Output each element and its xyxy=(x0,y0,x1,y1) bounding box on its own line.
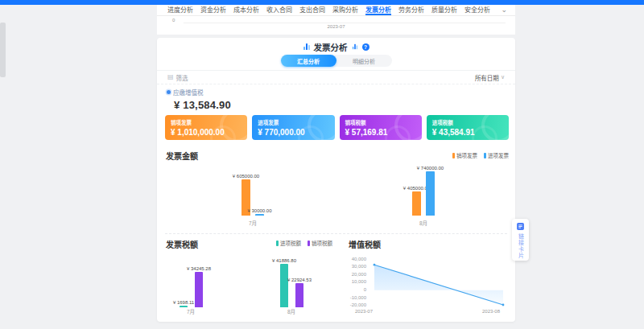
bar-chart-icon xyxy=(352,44,357,49)
stat-card-input-tax: 进项税额 ¥ 43,584.91 xyxy=(427,115,509,140)
month-tick: 8月 xyxy=(279,307,303,315)
date-range-value: 所有日期 xyxy=(475,73,499,82)
bar-value-label: ¥ 22924.53 xyxy=(287,278,312,282)
stat-card-output-tax: 销项税额 ¥ 57,169.81 xyxy=(340,115,422,140)
legend-label: 进项发票 xyxy=(488,151,509,159)
y-tick: 20,000 xyxy=(345,272,366,277)
stat-card-label: 销项税额 xyxy=(345,118,422,126)
stat-card-value: ¥ 770,000.00 xyxy=(258,128,334,137)
stat-card-label: 销项发票 xyxy=(171,118,247,126)
axis-baseline xyxy=(184,23,506,23)
stat-card-label: 进项税额 xyxy=(432,118,509,126)
bar-value-label: ¥ 1698.11 xyxy=(173,300,194,305)
tab-funds-analysis[interactable]: 资金分析 xyxy=(200,5,226,15)
legend-label: 销项发票 xyxy=(456,151,477,159)
dot-icon xyxy=(167,90,171,94)
invoice-analysis-panel: 发票分析 ? 汇总分析 明细分析 ▤ 筛选 所有日期 ∨ 应缴增值税 ¥ 13,… xyxy=(157,38,515,322)
tabbar-collapse-chevron-icon[interactable]: ⌄ xyxy=(501,6,507,14)
stat-card-row: 销项发票 ¥ 1,010,000.00 进项发票 ¥ 770,000.00 销项… xyxy=(165,115,509,140)
panel-header: 发票分析 ? xyxy=(157,42,515,51)
bar-value-label: ¥ 605000.00 xyxy=(233,174,259,179)
kpi-value: ¥ 13,584.90 xyxy=(174,99,231,111)
tab-income-contract[interactable]: 收入合同 xyxy=(266,5,292,15)
page-title: 发票分析 xyxy=(314,41,348,53)
kpi-label: 应缴增值税 xyxy=(173,88,204,97)
tab-labor-analysis[interactable]: 劳务分析 xyxy=(398,5,424,15)
y-tick: 30,000 xyxy=(345,264,366,269)
axis-zero-tick: 0 xyxy=(172,18,175,23)
x-tick: 2023-08 xyxy=(482,309,500,314)
bar-group-july: ¥ 1698.11 ¥ 34245.28 xyxy=(180,272,203,307)
tab-invoice-analysis[interactable]: 发票分析 xyxy=(365,5,391,15)
axis-month-tick: 2023-07 xyxy=(157,24,515,29)
bar-group-august: ¥ 41886.80 ¥ 22924.53 xyxy=(280,264,303,307)
vat-amount-title: 增值税额 xyxy=(349,238,381,250)
toggle-summary-analysis[interactable]: 汇总分析 xyxy=(281,55,336,67)
month-tick: 7月 xyxy=(241,219,265,227)
legend-marker xyxy=(484,153,486,158)
stat-card-value: ¥ 43,584.91 xyxy=(432,128,509,137)
tab-expense-contract[interactable]: 支出合同 xyxy=(299,5,325,15)
kpi-label-row: 应缴增值税 xyxy=(167,88,231,97)
stat-card-input-invoice: 进项发票 ¥ 770,000.00 xyxy=(252,115,334,140)
bar-value-label: ¥ 34245.28 xyxy=(187,266,211,271)
bar-value-label: ¥ 41886.80 xyxy=(272,258,296,263)
invoice-tax-chart: ¥ 1698.11 ¥ 34245.28 ¥ 41886.80 ¥ 22924.… xyxy=(165,244,334,316)
tab-progress-analysis[interactable]: 进度分析 xyxy=(167,5,193,15)
bar-chart-icon xyxy=(303,43,310,50)
card-icon xyxy=(516,222,525,231)
bar-input-invoice-july[interactable]: ¥ 30000.00 xyxy=(255,214,264,216)
bar-output-tax-august[interactable]: ¥ 22924.53 xyxy=(295,283,303,307)
line-point[interactable] xyxy=(502,304,505,306)
floating-button-label: 链接卡片 xyxy=(517,233,525,259)
line-point[interactable] xyxy=(374,264,376,266)
legend-output-invoice[interactable]: 销项发票 xyxy=(452,151,477,159)
y-tick: 40,000 xyxy=(345,257,366,261)
chevron-down-icon: ∨ xyxy=(501,74,505,80)
previous-chart-strip: 0 2023-07 xyxy=(157,16,515,35)
filter-button[interactable]: ▤ 筛选 xyxy=(167,73,188,82)
legend-marker xyxy=(452,153,455,158)
y-tick: -10,000 xyxy=(345,295,366,300)
bar-input-tax-august[interactable]: ¥ 41886.80 xyxy=(280,264,288,307)
month-tick: 8月 xyxy=(411,219,436,227)
bar-input-invoice-august[interactable]: ¥ 740000.00 xyxy=(426,171,435,216)
bar-output-invoice-august[interactable]: ¥ 405000.00 xyxy=(412,191,421,216)
analysis-tabbar: 进度分析 资金分析 成本分析 收入合同 支出合同 采购分析 发票分析 劳务分析 … xyxy=(157,5,515,16)
left-scrollbar-thumb[interactable] xyxy=(0,23,6,77)
bar-output-tax-july[interactable]: ¥ 34245.28 xyxy=(195,272,203,307)
filter-label: 筛选 xyxy=(176,73,188,82)
vat-line-chart xyxy=(369,257,510,307)
y-tick: -20,000 xyxy=(345,302,366,307)
analysis-mode-toggle: 汇总分析 明细分析 xyxy=(281,55,392,67)
bar-value-label: ¥ 30000.00 xyxy=(247,208,271,213)
stat-card-label: 进项发票 xyxy=(258,118,334,126)
y-tick: 0 xyxy=(345,287,366,292)
invoice-amount-legend: 销项发票 进项发票 xyxy=(452,151,509,159)
date-range-select[interactable]: 所有日期 ∨ xyxy=(475,73,505,82)
bar-group-july: ¥ 605000.00 ¥ 30000.00 xyxy=(242,179,264,216)
card-link-floating-button[interactable]: 链接卡片 xyxy=(512,219,529,261)
month-tick: 7月 xyxy=(179,307,203,315)
y-tick: 10,000 xyxy=(345,279,366,284)
stat-card-value: ¥ 57,169.81 xyxy=(345,128,422,137)
toggle-detail-analysis[interactable]: 明细分析 xyxy=(336,55,392,67)
x-tick: 2023-07 xyxy=(355,309,373,314)
tab-procurement-analysis[interactable]: 采购分析 xyxy=(332,5,358,15)
legend-input-invoice[interactable]: 进项发票 xyxy=(484,151,509,159)
dashed-divider xyxy=(165,233,507,234)
tab-quality-analysis[interactable]: 质量分析 xyxy=(431,5,457,15)
help-icon[interactable]: ? xyxy=(362,43,369,51)
bar-value-label: ¥ 740000.00 xyxy=(417,166,444,171)
bar-group-august: ¥ 405000.00 ¥ 740000.00 xyxy=(412,171,435,216)
tab-safety-analysis[interactable]: 安全分析 xyxy=(464,5,490,15)
stat-card-output-invoice: 销项发票 ¥ 1,010,000.00 xyxy=(165,115,247,140)
filter-icon: ▤ xyxy=(167,74,174,80)
tab-cost-analysis[interactable]: 成本分析 xyxy=(233,5,259,15)
vat-payable-kpi: 应缴增值税 ¥ 13,584.90 xyxy=(167,88,231,111)
invoice-amount-chart: ¥ 605000.00 ¥ 30000.00 ¥ 405000.00 ¥ 740… xyxy=(165,160,507,229)
filter-row: ▤ 筛选 所有日期 ∨ xyxy=(157,71,515,84)
stat-card-value: ¥ 1,010,000.00 xyxy=(171,128,247,137)
